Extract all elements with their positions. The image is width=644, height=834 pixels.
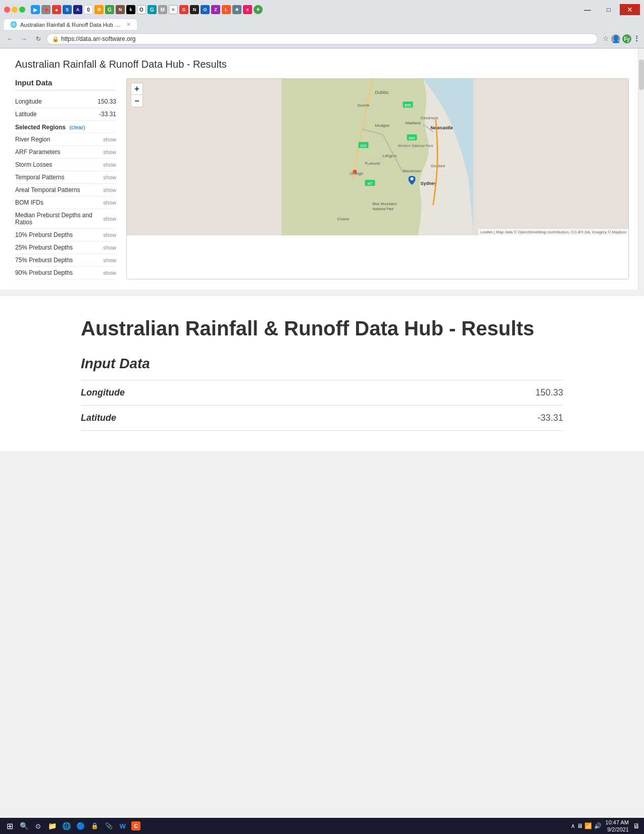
- clear-anchor[interactable]: (clear): [69, 124, 85, 130]
- chrome-taskbar[interactable]: 🌐: [61, 820, 72, 831]
- ext-icon-4[interactable]: S: [63, 5, 72, 14]
- temporal-patterns-show[interactable]: show: [103, 174, 116, 180]
- river-region-show[interactable]: show: [103, 136, 116, 142]
- bookmark-star[interactable]: ☆: [603, 34, 609, 43]
- ext-icon-9[interactable]: N: [116, 5, 125, 14]
- ext-icon-16[interactable]: N: [190, 5, 199, 14]
- tab-favicon: 🌐: [10, 21, 17, 28]
- ext-icon-19[interactable]: L: [222, 5, 231, 14]
- ext-icon-14[interactable]: ≡: [169, 5, 178, 14]
- menu-dots[interactable]: ⋮: [633, 34, 640, 43]
- taskbar-clock: 10:47 AM 9/2/2021: [606, 819, 629, 833]
- storm-losses-show[interactable]: show: [103, 162, 116, 168]
- taskbar-notifications[interactable]: ∧ 🖥 📶 🔊: [571, 822, 602, 829]
- storm-losses-label: Storm Losses: [15, 161, 52, 168]
- address-bar[interactable]: 🔒 https://data.arr-software.org: [46, 33, 598, 44]
- ext-icon-21[interactable]: x: [243, 5, 252, 14]
- app1-taskbar[interactable]: 🔒: [89, 820, 100, 831]
- selected-regions-label: Selected Regions: [15, 124, 66, 131]
- preburst-25-label: 25% Preburst Depths: [15, 244, 73, 251]
- selected-regions-heading: Selected Regions (clear): [15, 121, 116, 133]
- lock-icon: 🔒: [52, 36, 59, 42]
- svg-text:National Park: National Park: [373, 207, 394, 211]
- win-restore[interactable]: □: [599, 4, 619, 15]
- close-window-btn[interactable]: [4, 7, 10, 13]
- large-latitude-row: Latitude -33.31: [81, 406, 563, 431]
- preburst-75-row: 75% Preburst Depths show: [15, 254, 116, 267]
- zoom-in-button[interactable]: +: [131, 83, 143, 95]
- ext-icon-18[interactable]: Z: [211, 5, 220, 14]
- map-area[interactable]: B55 B85 A32 M7 Dubbo Goorle Mudgee Mai: [126, 78, 629, 279]
- edge-taskbar[interactable]: 🔵: [75, 820, 86, 831]
- profile-icon[interactable]: 👤: [611, 34, 620, 43]
- river-region-row: River Region show: [15, 133, 116, 146]
- ext-icon-12[interactable]: G: [147, 5, 157, 14]
- large-longitude-label: Longitude: [81, 387, 125, 398]
- active-tab[interactable]: 🌐 Australian Rainfall & Runoff Data Hub …: [4, 19, 137, 30]
- page-content: Australian Rainfall & Runoff Data Hub - …: [0, 48, 644, 289]
- taskbar-left: ⊞ 🔍 ⊙ 📁 🌐 🔵 🔒 📎 W C: [4, 820, 140, 831]
- ext-icon-11[interactable]: O: [137, 5, 146, 14]
- notification-center[interactable]: 🖥: [633, 822, 640, 830]
- profile-icon-2[interactable]: Fy: [622, 34, 631, 43]
- median-preburst-show[interactable]: show: [103, 216, 116, 222]
- file-explorer[interactable]: 📁: [46, 820, 58, 831]
- ext-icon-1[interactable]: ▶: [31, 5, 40, 14]
- zoom-out-button[interactable]: −: [131, 95, 143, 107]
- preburst-25-show[interactable]: show: [103, 244, 116, 251]
- clear-link[interactable]: (clear): [69, 124, 85, 131]
- bom-ifds-row: BOM IFDs show: [15, 197, 116, 209]
- ext-icon-3[interactable]: ●: [52, 5, 61, 14]
- svg-point-33: [411, 177, 414, 180]
- task-view[interactable]: ⊙: [32, 820, 43, 831]
- map-zoom-controls: + −: [131, 83, 143, 107]
- median-preburst-row: Median Preburst Depths and Ratios show: [15, 209, 116, 229]
- search-taskbar[interactable]: 🔍: [18, 820, 29, 831]
- start-button[interactable]: ⊞: [4, 820, 15, 831]
- refresh-button[interactable]: ↻: [32, 33, 44, 45]
- svg-text:Goorle: Goorle: [358, 103, 370, 108]
- input-data-heading: Input Data: [15, 78, 116, 90]
- large-longitude-row: Longitude 150.33: [81, 380, 563, 406]
- ext-icon-10[interactable]: k: [126, 5, 135, 14]
- ext-icon-2[interactable]: 📌: [41, 5, 51, 14]
- ext-icon-5[interactable]: A: [73, 5, 82, 14]
- large-section: Australian Rainfall & Runoff Data Hub - …: [0, 295, 644, 451]
- ext-icon-15[interactable]: G: [179, 5, 188, 14]
- bom-ifds-show[interactable]: show: [103, 200, 116, 206]
- svg-point-34: [353, 170, 357, 174]
- minimize-window-btn[interactable]: [12, 7, 18, 13]
- arf-params-label: ARF Parameters: [15, 149, 60, 156]
- arf-params-show[interactable]: show: [103, 149, 116, 155]
- ext-icon-13[interactable]: M: [158, 5, 167, 14]
- preburst-10-show[interactable]: show: [103, 232, 116, 238]
- large-page-title: Australian Rainfall & Runoff Data Hub - …: [81, 316, 563, 340]
- ext-icon-20[interactable]: ★: [232, 5, 241, 14]
- arf-params-row: ARF Parameters show: [15, 146, 116, 159]
- extension-icons: ▶ 📌 ● S A 0 ⚙ G N k O G M ≡ G N O: [31, 5, 263, 14]
- scrollbar-thumb[interactable]: [639, 60, 644, 90]
- app3-taskbar[interactable]: C: [131, 821, 140, 830]
- ext-icon-7[interactable]: ⚙: [94, 5, 104, 14]
- preburst-90-show[interactable]: show: [103, 270, 116, 276]
- back-button[interactable]: ←: [4, 33, 16, 45]
- preburst-75-show[interactable]: show: [103, 257, 116, 263]
- ext-icon-17[interactable]: O: [201, 5, 210, 14]
- word-taskbar[interactable]: W: [117, 820, 128, 831]
- forward-button[interactable]: →: [18, 33, 30, 45]
- svg-text:Mudgee: Mudgee: [375, 123, 390, 128]
- bom-ifds-label: BOM IFDs: [15, 199, 43, 206]
- storm-losses-row: Storm Losses show: [15, 159, 116, 171]
- areal-temporal-show[interactable]: show: [103, 187, 116, 193]
- svg-text:Newcastle: Newcastle: [431, 125, 453, 130]
- maximize-window-btn[interactable]: [19, 7, 25, 13]
- new-tab-btn[interactable]: +: [254, 5, 263, 14]
- win-close[interactable]: ✕: [620, 4, 640, 15]
- ext-icon-6[interactable]: 0: [84, 5, 93, 14]
- ext-icon-8[interactable]: G: [105, 5, 114, 14]
- scrollbar[interactable]: [638, 48, 644, 289]
- longitude-label: Longitude: [15, 98, 42, 105]
- win-minimize[interactable]: —: [577, 4, 598, 15]
- tab-close[interactable]: ✕: [126, 21, 131, 28]
- app2-taskbar[interactable]: 📎: [103, 820, 114, 831]
